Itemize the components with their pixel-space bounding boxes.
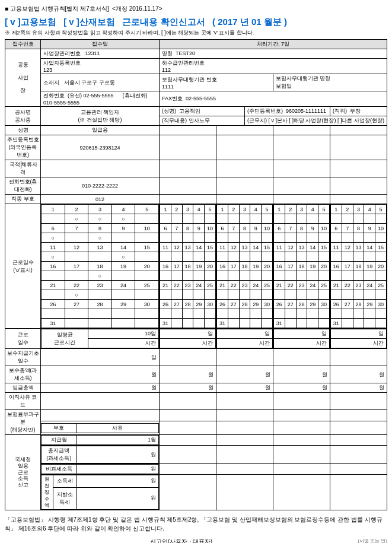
nat-row: 국적체류자격	[5, 160, 41, 177]
co-cell: 공사명공사종	[5, 107, 41, 126]
agentnm-cell: 보험사무대행기관 명칭보험일	[273, 74, 387, 91]
title-c: 근로내용 확인신고서	[122, 17, 205, 27]
pname-l: 성명	[5, 126, 41, 135]
agentno-cell: 보험사무대행기관 번호1111	[160, 74, 273, 91]
mgr-nm: (성명) 고용적임	[160, 107, 245, 116]
mgr-job: (직무내용) 인사노무	[160, 116, 245, 126]
calendar-5: 12345 678910 1112131415 1617181920 21222…	[330, 204, 387, 328]
ins-l: 보험료부과구분 (해당자만)	[5, 410, 41, 435]
title-b: [ v ]산재보험	[63, 17, 115, 27]
tel-cell: 전화번호 (유선) 02-555-5555 (휴대전화) 010-5555-55…	[41, 91, 160, 107]
mgr-l: 고용관리 책임자 (※ 건설업만 해당)	[41, 107, 160, 126]
ptel-l: 전화번호(휴대전화)	[5, 177, 41, 195]
title: [ v ]고용보험 [ v ]산재보험 근로내용 확인신고서 ( 2017 년 …	[5, 17, 387, 28]
pname: 일급용	[41, 126, 160, 135]
bizreg-cell: 사업자등록번호123	[41, 59, 160, 74]
calendar-1: 12345 ○○○ 678910 ○○ 1112131415 ○○ 161718…	[41, 204, 159, 328]
form-header: ■ 고용보험법 시행규칙[별지 제7호서식] <개정 2016.11.17>	[5, 5, 387, 13]
prrn: 920615-2398124	[41, 135, 160, 160]
calendar-2: 12345 678910 1112131415 1617181920 21222…	[160, 204, 216, 328]
mgr-rrn: (주민등록번호) 960205-1111111	[244, 107, 330, 116]
main-table: 접수번호 접수일 처리기간: 7일 공통사업장 사업장관리번호 12311 명칭…	[5, 39, 387, 510]
leave-l: 이직사유 코드	[5, 393, 41, 410]
ptel: 010-2222-2222	[41, 177, 160, 195]
tax-l: 국세청 일용 근로 소득 신고	[5, 435, 41, 510]
job: 012	[41, 195, 160, 204]
name-cell: 명칭 TEST20	[160, 49, 387, 59]
title-d: ( 2017 년 01 월분 )	[212, 17, 287, 27]
basedays-l: 보수지급기초일수	[5, 349, 41, 366]
form-id: ■ 고용보험법 시행규칙[별지 제7호서식]	[5, 5, 109, 12]
wd-cell: 근로일수	[5, 329, 41, 349]
sub-cell: 하수급인관리번호112	[160, 59, 387, 74]
mgr-pos: (직위) 부장	[330, 107, 387, 116]
prrn-l: 주민등록번호 (외국인등록번호)	[5, 135, 41, 160]
fax-cell: FAX번호 02-555-5555	[160, 91, 387, 107]
common-l: 공통사업장	[5, 49, 41, 107]
wagetot-l: 임금총액	[5, 383, 41, 393]
period-l: 처리기간: 7일	[160, 40, 387, 49]
loc-cell: 소재지 서울시 구로구 구로동	[41, 74, 160, 91]
sign-row-1: 신고인(사용자 · 대표자)(서명 또는 인)	[5, 538, 387, 543]
calendar-4: 12345 678910 1112131415 1617181920 21222…	[273, 204, 330, 328]
job-l: 직종 부호	[5, 195, 41, 204]
footer-text: 「고용보험법」 시행령 제7조제1항 후단 및 같은 법 시행규칙 제5조제2항…	[5, 515, 387, 533]
title-a: [ v ]고용보험	[5, 17, 56, 27]
mgr-wp: (근무지) [ v ]본사 [ ]해당 사업장(현장) [ ]다른 사업장(현장…	[244, 116, 387, 126]
note: ※ 제2쪽의 유의 사항과 작성방법을 읽고 작성하여 주시기 바라며, [ ]…	[5, 29, 387, 37]
workdays-l: 근로일수 ('o'표시)	[5, 204, 41, 329]
calendar-3: 12345 678910 1112131415 1617181920 21222…	[216, 204, 273, 328]
recdate-l: 접수일	[41, 40, 160, 49]
rev-date: <개정 2016.11.17>	[112, 5, 162, 12]
bizmgr-cell: 사업장관리번호 12311	[41, 49, 160, 59]
recno-l: 접수번호	[5, 40, 41, 49]
total-l: 보수총액(과세소득)	[5, 366, 41, 383]
